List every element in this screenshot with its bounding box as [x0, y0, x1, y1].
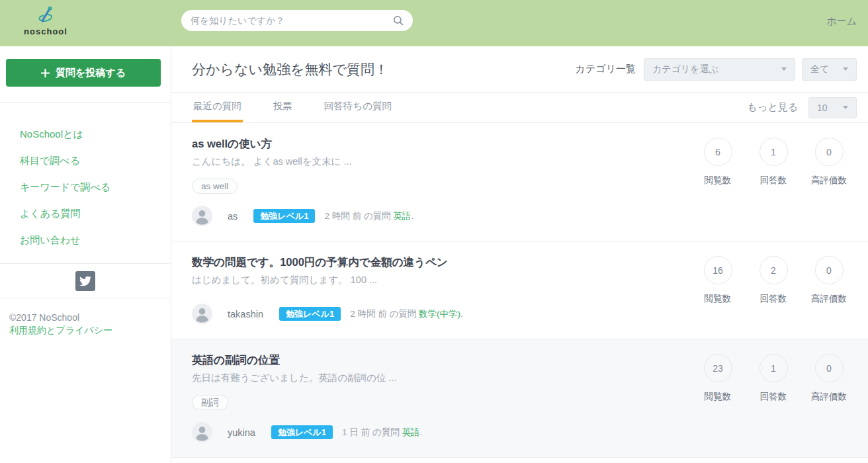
- twitter-button[interactable]: [75, 271, 95, 291]
- sidebar-nav-link[interactable]: NoSchoolとは: [20, 128, 83, 141]
- stat: 16 閲覧数: [690, 256, 746, 324]
- more-label: もっと見る: [748, 101, 798, 114]
- copyright-text: ©2017 NoSchool: [9, 312, 171, 324]
- logo-text: noschool: [9, 28, 82, 36]
- page-layout: 質問を投稿する NoSchoolとは 科目で調べる キーワードで調べる よくある…: [0, 46, 868, 463]
- tabs-row: 最近の質問 投票 回答待ちの質問 もっと見る 10: [171, 93, 868, 123]
- sidebar-nav-item: NoSchoolとは: [0, 121, 171, 147]
- sidebar-nav-link[interactable]: よくある質問: [20, 208, 80, 220]
- stat-label: 閲覧数: [705, 175, 732, 187]
- sidebar: 質問を投稿する NoSchoolとは 科目で調べる キーワードで調べる よくある…: [0, 46, 171, 463]
- sidebar-nav: NoSchoolとは 科目で調べる キーワードで調べる よくある質問 お問い合わ…: [0, 103, 171, 253]
- stat: 0 高評価数: [801, 256, 857, 324]
- stat-value: 0: [815, 256, 844, 284]
- search-bar: [181, 10, 413, 31]
- tabs: 最近の質問 投票 回答待ちの質問: [192, 93, 393, 122]
- tab-votes[interactable]: 投票: [272, 93, 294, 122]
- chevron-down-icon: [781, 67, 787, 71]
- list-controls: もっと見る 10: [748, 93, 857, 122]
- question-row[interactable]: as wellの使い方 こんにちは。 よくas wellを文末に ... as …: [171, 123, 868, 241]
- social-row: [0, 264, 171, 298]
- question-username: takashin: [228, 309, 263, 319]
- logo[interactable]: noschool: [9, 5, 82, 36]
- plus-icon: [41, 69, 50, 77]
- stat: 2 回答数: [746, 256, 801, 324]
- stat: 23 閲覧数: [690, 354, 746, 442]
- sidebar-nav-item: よくある質問: [0, 200, 171, 227]
- home-link[interactable]: ホーム: [826, 15, 857, 28]
- privacy-link[interactable]: 利用規約とプライバシー: [9, 324, 112, 337]
- question-tag[interactable]: as well: [192, 179, 238, 194]
- question-tag[interactable]: 副詞: [192, 395, 228, 410]
- content-header: 分からない勉強を無料で質問！ カテゴリ一覧 カテゴリを選ぶ 全て: [171, 46, 868, 93]
- page-title: 分からない勉強を無料で質問！: [192, 60, 388, 79]
- question-main: as wellの使い方 こんにちは。 よくas wellを文末に ... as …: [192, 136, 690, 226]
- search-input[interactable]: [191, 15, 393, 26]
- stat: 6 閲覧数: [690, 138, 746, 226]
- sidebar-nav-link[interactable]: お問い合わせ: [20, 234, 80, 247]
- question-row[interactable]: 数学の問題です。1000円の予算内で金額の違うペン はじめまして。初めて質問しま…: [171, 241, 868, 339]
- stat-value: 6: [704, 138, 732, 166]
- post-question-label: 質問を投稿する: [56, 67, 126, 79]
- question-excerpt: 先日は有難うございました。英語の副詞の位 ...: [192, 371, 690, 384]
- category-list-label: カテゴリ一覧: [576, 63, 636, 75]
- question-category-link[interactable]: 数学(中学): [419, 309, 460, 319]
- user-level-badge: 勉強レベル1: [271, 425, 333, 439]
- sidebar-nav-item: お問い合わせ: [0, 227, 171, 253]
- user-level-badge: 勉強レベル1: [253, 209, 315, 223]
- main-content: 分からない勉強を無料で質問！ カテゴリ一覧 カテゴリを選ぶ 全て 最近の質問 投…: [171, 46, 868, 463]
- stat-value: 16: [704, 256, 732, 284]
- stat: 0 高評価数: [801, 354, 857, 442]
- stat: 0 高評価数: [801, 138, 857, 226]
- stat: 1 回答数: [746, 354, 801, 442]
- app-header: noschool ホーム: [0, 0, 868, 46]
- search-icon[interactable]: [393, 15, 404, 26]
- sidebar-nav-link[interactable]: 科目で調べる: [20, 155, 80, 167]
- question-excerpt: はじめまして。初めて質問します。 100 ...: [192, 273, 690, 286]
- stat-label: 高評価数: [811, 175, 847, 187]
- question-tag-row: 副詞: [192, 395, 690, 410]
- question-username: as: [228, 211, 238, 222]
- logo-pencil-icon: [9, 5, 82, 28]
- question-category-link[interactable]: 英語: [402, 427, 419, 437]
- stat-value: 1: [760, 354, 788, 382]
- stat-value: 0: [815, 138, 844, 166]
- question-meta: 2 時間 前 の質問 英語.: [324, 210, 413, 222]
- question-title[interactable]: 英語の副詞の位置: [192, 353, 690, 367]
- question-category-link[interactable]: 英語: [393, 211, 411, 221]
- stat-label: 高評価数: [811, 391, 847, 403]
- question-row[interactable]: 英語の副詞の位置 先日は有難うございました。英語の副詞の位 ... 副詞 yuk…: [171, 339, 868, 458]
- per-page-select[interactable]: 10: [808, 97, 857, 118]
- question-title[interactable]: 数学の問題です。1000円の予算内で金額の違うペン: [192, 255, 690, 269]
- stat: 1 回答数: [746, 138, 801, 226]
- category-select[interactable]: カテゴリを選ぶ: [644, 58, 795, 81]
- chevron-down-icon: [843, 106, 848, 109]
- filter-select[interactable]: 全て: [802, 58, 857, 81]
- question-meta: 2 時間 前 の質問 数学(中学).: [350, 308, 463, 320]
- question-author-row: as 勉強レベル1 2 時間 前 の質問 英語.: [192, 206, 690, 226]
- tab-awaiting-answers[interactable]: 回答待ちの質問: [323, 93, 393, 122]
- category-controls: カテゴリ一覧 カテゴリを選ぶ 全て: [576, 58, 857, 81]
- avatar: [192, 206, 212, 226]
- question-meta: 1 日 前 の質問 英語.: [342, 427, 422, 439]
- question-main: 数学の問題です。1000円の予算内で金額の違うペン はじめまして。初めて質問しま…: [192, 255, 690, 324]
- question-username: yukina: [228, 427, 255, 438]
- question-author-row: takashin 勉強レベル1 2 時間 前 の質問 数学(中学).: [192, 304, 690, 324]
- stat-label: 回答数: [760, 175, 787, 187]
- sidebar-nav-item: 科目で調べる: [0, 147, 171, 174]
- question-stats: 23 閲覧数 1 回答数 0 高評価数: [690, 354, 857, 442]
- stat-label: 回答数: [760, 391, 787, 403]
- stat-label: 回答数: [760, 293, 787, 305]
- question-stats: 6 閲覧数 1 回答数 0 高評価数: [690, 138, 857, 226]
- sidebar-footer: ©2017 NoSchool 利用規約とプライバシー: [0, 298, 171, 337]
- stat-value: 0: [815, 354, 844, 382]
- sidebar-nav-link[interactable]: キーワードで調べる: [20, 181, 110, 194]
- question-main: 英語の副詞の位置 先日は有難うございました。英語の副詞の位 ... 副詞 yuk…: [192, 353, 690, 442]
- stat-label: 閲覧数: [705, 391, 732, 403]
- question-author-row: yukina 勉強レベル1 1 日 前 の質問 英語.: [192, 422, 690, 442]
- stat-value: 1: [760, 138, 788, 166]
- tab-recent-questions[interactable]: 最近の質問: [192, 93, 243, 122]
- question-tag-row: as well: [192, 179, 690, 194]
- post-question-button[interactable]: 質問を投稿する: [6, 59, 161, 87]
- question-title[interactable]: as wellの使い方: [192, 136, 690, 151]
